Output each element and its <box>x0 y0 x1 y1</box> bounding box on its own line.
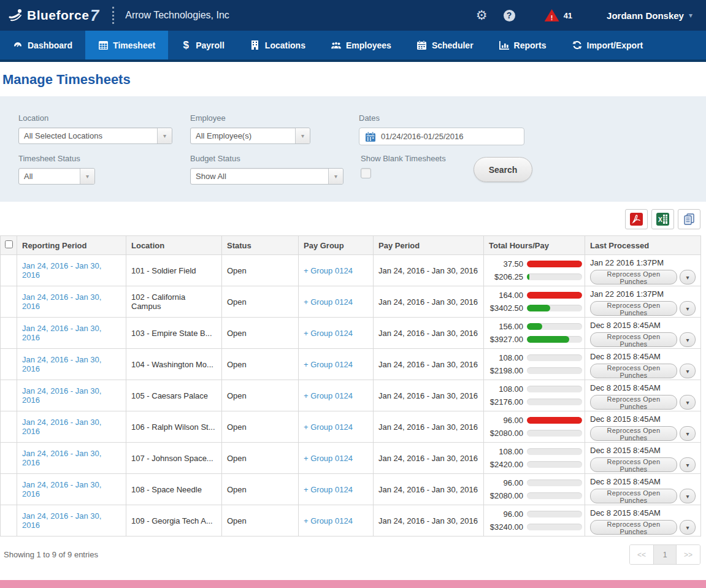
pay-group-link[interactable]: + Group 0124 <box>304 266 353 275</box>
last-processed-cell: Dec 8 2015 8:45AM Reprocess Open Punches… <box>585 505 701 536</box>
reporting-period-link[interactable]: Jan 24, 2016 - Jan 30, 2016 <box>22 324 101 342</box>
pay-group-link[interactable]: + Group 0124 <box>304 422 353 432</box>
export-excel-button[interactable]: X <box>651 209 674 229</box>
pay-group-link[interactable]: + Group 0124 <box>304 516 353 525</box>
dates-input[interactable]: 01/24/2016-01/25/2016 <box>359 128 524 145</box>
chevron-down-icon: ▾ <box>80 169 94 184</box>
reporting-period-link[interactable]: Jan 24, 2016 - Jan 30, 2016 <box>22 480 101 498</box>
reprocess-dropdown-button[interactable]: ▾ <box>680 332 696 347</box>
reprocess-dropdown-button[interactable]: ▾ <box>680 520 696 535</box>
show-blank-checkbox[interactable] <box>361 168 371 178</box>
export-copy-button[interactable] <box>678 209 700 229</box>
last-processed-cell: Dec 8 2015 8:45AM Reprocess Open Punches… <box>585 349 701 380</box>
nav-tab-locations[interactable]: Locations <box>237 31 318 59</box>
timesheet-status-select[interactable]: All ▾ <box>18 168 95 185</box>
pay-group-link[interactable]: + Group 0124 <box>304 297 353 307</box>
reporting-period-link[interactable]: Jan 24, 2016 - Jan 30, 2016 <box>22 418 101 436</box>
col-header-total-hours-pay[interactable]: Total Hours/Pay <box>484 236 585 255</box>
blueforce-logo[interactable]: Blueforce7 <box>9 7 99 25</box>
employee-select[interactable]: All Employee(s) ▾ <box>190 128 310 144</box>
pay-period-cell: Jan 24, 2016 - Jan 30, 2016 <box>374 286 484 318</box>
export-pdf-button[interactable] <box>625 209 648 229</box>
last-processed-cell: Jan 22 2016 1:37PM Reprocess Open Punche… <box>585 286 701 318</box>
col-header-last-processed[interactable]: Last Processed <box>585 236 701 255</box>
reprocess-dropdown-button[interactable]: ▾ <box>680 364 696 378</box>
reprocess-open-punches-button[interactable]: Reprocess Open Punches <box>590 426 677 441</box>
last-processed-date: Jan 22 2016 1:37PM <box>590 289 696 299</box>
reporting-period-link[interactable]: Jan 24, 2016 - Jan 30, 2016 <box>22 261 101 280</box>
col-header-reporting-period[interactable]: Reporting Period <box>17 236 126 255</box>
pay-group-link[interactable]: + Group 0124 <box>304 454 353 463</box>
table-footer: Showing 1 to 9 of 9 entries << 1 >> <box>0 544 706 565</box>
total-hours-pay-cell: 108.00 $2176.00 <box>484 380 585 411</box>
location-select[interactable]: All Selected Locations ▾ <box>18 128 172 144</box>
pagination-page-1[interactable]: 1 <box>653 545 677 564</box>
dates-label: Dates <box>359 113 524 123</box>
hours-bar <box>527 417 582 424</box>
reprocess-open-punches-button[interactable]: Reprocess Open Punches <box>590 270 677 284</box>
hours-bar <box>527 479 582 486</box>
row-select-cell <box>1 349 17 380</box>
search-button[interactable]: Search <box>474 157 532 182</box>
reprocess-open-punches-button[interactable]: Reprocess Open Punches <box>590 301 677 316</box>
bottom-accent-bar <box>0 580 706 588</box>
hours-bar-fill <box>527 261 582 267</box>
reprocess-dropdown-button[interactable]: ▾ <box>680 301 696 316</box>
nav-tab-dashboard[interactable]: Dashboard <box>0 31 85 59</box>
reporting-period-link[interactable]: Jan 24, 2016 - Jan 30, 2016 <box>22 292 101 311</box>
reprocess-dropdown-button[interactable]: ▾ <box>680 457 696 472</box>
location-cell: 102 - California Campus <box>126 286 222 318</box>
reprocess-open-punches-button[interactable]: Reprocess Open Punches <box>590 489 677 503</box>
pay-group-link[interactable]: + Group 0124 <box>304 485 353 494</box>
reporting-period-link[interactable]: Jan 24, 2016 - Jan 30, 2016 <box>22 449 101 467</box>
pay-group-link[interactable]: + Group 0124 <box>304 329 353 338</box>
reprocess-open-punches-button[interactable]: Reprocess Open Punches <box>590 364 677 378</box>
pay-period-cell: Jan 24, 2016 - Jan 30, 2016 <box>374 255 484 286</box>
pay-bar <box>527 492 582 499</box>
reporting-period-link[interactable]: Jan 24, 2016 - Jan 30, 2016 <box>22 511 101 530</box>
reprocess-dropdown-button[interactable]: ▾ <box>680 426 696 441</box>
col-header-pay-period[interactable]: Pay Period <box>374 236 484 255</box>
reprocess-dropdown-button[interactable]: ▾ <box>680 489 696 503</box>
col-header-location[interactable]: Location <box>126 236 222 255</box>
pay-bar <box>527 430 582 437</box>
status-cell: Open <box>222 443 299 474</box>
col-header-status[interactable]: Status <box>222 236 299 255</box>
help-icon[interactable]: ? <box>504 10 515 21</box>
reprocess-open-punches-button[interactable]: Reprocess Open Punches <box>590 520 677 535</box>
settings-gear-icon[interactable]: ⚙ <box>476 8 488 23</box>
reprocess-dropdown-button[interactable]: ▾ <box>680 270 696 284</box>
nav-tab-timesheet[interactable]: Timesheet <box>85 31 168 59</box>
header-divider <box>112 7 114 24</box>
table-row: Jan 24, 2016 - Jan 30, 2016 109 - Georgi… <box>1 505 701 536</box>
pay-group-link[interactable]: + Group 0124 <box>304 360 353 369</box>
showing-entries-text: Showing 1 to 9 of 9 entries <box>4 550 98 559</box>
select-all-checkbox[interactable] <box>5 240 13 248</box>
reprocess-open-punches-button[interactable]: Reprocess Open Punches <box>590 457 677 472</box>
pagination-next-button[interactable]: >> <box>677 545 700 564</box>
pay-group-link[interactable]: + Group 0124 <box>304 391 353 400</box>
budget-status-select[interactable]: Show All ▾ <box>190 168 343 185</box>
nav-tab-reports[interactable]: Reports <box>486 31 559 59</box>
nav-tab-scheduler[interactable]: Scheduler <box>404 31 486 59</box>
reporting-period-link[interactable]: Jan 24, 2016 - Jan 30, 2016 <box>22 386 101 405</box>
col-header-pay-group[interactable]: Pay Group <box>299 236 374 255</box>
pay-bar <box>527 367 582 374</box>
company-name: Arrow Technologies, Inc <box>125 10 229 21</box>
nav-tab-import-export[interactable]: Import/Export <box>559 31 656 59</box>
reprocess-open-punches-button[interactable]: Reprocess Open Punches <box>590 332 677 347</box>
nav-tab-payroll[interactable]: $ Payroll <box>168 31 237 59</box>
status-cell: Open <box>222 411 299 443</box>
nav-label: Dashboard <box>28 40 72 50</box>
dates-value: 01/24/2016-01/25/2016 <box>381 132 463 141</box>
pdf-icon <box>630 213 643 226</box>
copy-pages-icon <box>683 213 696 226</box>
last-processed-cell: Dec 8 2015 8:45AM Reprocess Open Punches… <box>585 318 701 349</box>
alerts-indicator[interactable]: ! 41 <box>545 9 572 21</box>
reprocess-dropdown-button[interactable]: ▾ <box>680 395 696 410</box>
nav-tab-employees[interactable]: Employees <box>318 31 404 59</box>
reprocess-open-punches-button[interactable]: Reprocess Open Punches <box>590 395 677 410</box>
reporting-period-link[interactable]: Jan 24, 2016 - Jan 30, 2016 <box>22 355 101 373</box>
user-menu[interactable]: Jordann Donskey ▾ <box>607 10 693 21</box>
pagination-prev-button[interactable]: << <box>630 545 653 564</box>
